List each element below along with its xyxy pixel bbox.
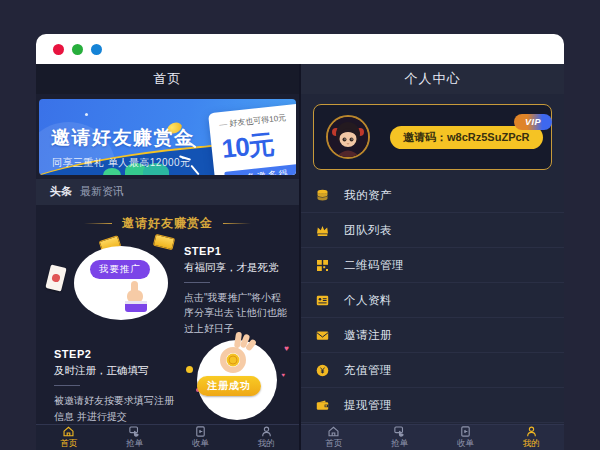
team-icon — [314, 222, 330, 238]
tab-receive-order[interactable]: 收单 — [168, 425, 234, 450]
tab-mine[interactable]: 我的 — [498, 425, 564, 450]
promote-illustration: 我要推广 — [44, 240, 184, 326]
vip-badge: VIP — [514, 114, 552, 130]
avatar-girl-icon — [328, 117, 368, 157]
minimize-button[interactable] — [72, 44, 83, 55]
mine-icon — [525, 425, 538, 438]
register-success-badge: 注册成功 — [197, 376, 261, 396]
profile-page-title: 个人中心 — [301, 64, 564, 94]
recharge-icon — [314, 362, 330, 378]
divider-line — [84, 223, 112, 224]
invite-code-label: 邀请码： — [403, 131, 447, 143]
news-text: 最新资讯 — [80, 184, 124, 199]
step2-label: STEP2 — [54, 348, 180, 360]
step2-title: 及时注册，正确填写 — [54, 364, 180, 378]
pointing-hand-icon — [120, 280, 150, 314]
maximize-button[interactable] — [91, 44, 102, 55]
menu-item-label: 团队列表 — [344, 223, 392, 238]
menu-item-label: 充值管理 — [344, 363, 392, 378]
close-button[interactable] — [53, 44, 64, 55]
assets-icon — [314, 187, 330, 203]
panels-container: 首页 邀请好友赚赏金 同享三重礼 单人最高12000元 好友也可得10元 — [36, 64, 564, 450]
grab-order-icon — [393, 425, 406, 438]
tab-label: 收单 — [457, 438, 474, 450]
ok-hand-icon — [213, 330, 257, 378]
invite-register-icon — [314, 327, 330, 343]
step1-text: STEP1 有福同享，才是死党 点击"我要推广"将小程序分享出去 让他们也能过上… — [184, 240, 291, 337]
profile-tabbar: 首页 抢单 收单 — [301, 424, 564, 450]
invite-code-value: w8cRz5SuZPcR — [447, 131, 530, 143]
banner-subtitle: 同享三重礼 单人最高12000元 — [52, 156, 191, 170]
menu-item-withdraw[interactable]: 提现管理 — [301, 388, 564, 423]
profile-card: 邀请码：w8cRz5SuZPcR VIP — [313, 104, 552, 170]
step1-row: 我要推广 STEP1 有福同享，才是死党 点击"我要推广"将小程序分享出去 让他… — [36, 240, 299, 337]
register-success-illustration: ♥ ♥ 注册成功 — [180, 338, 291, 410]
promote-badge: 我要推广 — [90, 260, 150, 279]
tab-grab-order[interactable]: 抢单 — [102, 425, 168, 450]
receive-order-icon — [459, 425, 472, 438]
section-title: 邀请好友赚赏金 — [36, 215, 299, 232]
banner-title: 邀请好友赚赏金 — [51, 125, 195, 151]
menu-item-label: 我的资产 — [344, 188, 392, 203]
tab-label: 我的 — [258, 438, 275, 450]
withdraw-icon — [314, 397, 330, 413]
home-tabbar: 首页 抢单 收单 — [36, 424, 299, 450]
menu-item-assets[interactable]: 我的资产 — [301, 178, 564, 213]
menu-item-label: 邀请注册 — [344, 328, 392, 343]
tab-home[interactable]: 首页 — [36, 425, 102, 450]
sparkle-icon — [85, 113, 88, 116]
tab-label: 抢单 — [126, 438, 143, 450]
divider-line — [184, 282, 210, 283]
profile-panel: 个人中心 — [301, 64, 564, 450]
step2-text: STEP2 及时注册，正确填写 被邀请好友按要求填写注册信息 并进行提交 — [54, 338, 180, 424]
tab-label: 我的 — [523, 438, 540, 450]
window-titlebar — [36, 34, 564, 64]
menu-item-team[interactable]: 团队列表 — [301, 213, 564, 248]
tab-receive-order[interactable]: 收单 — [433, 425, 499, 450]
step1-label: STEP1 — [184, 245, 291, 257]
tab-mine[interactable]: 我的 — [233, 425, 299, 450]
heart-icon: ♥ — [281, 372, 285, 378]
app-window: 首页 邀请好友赚赏金 同享三重礼 单人最高12000元 好友也可得10元 — [36, 34, 564, 450]
home-icon — [62, 425, 75, 438]
news-ticker[interactable]: 头条 最新资讯 — [36, 179, 299, 205]
step1-title: 有福同享，才是死党 — [184, 261, 291, 275]
invite-banner[interactable]: 邀请好友赚赏金 同享三重礼 单人最高12000元 好友也可得10元 10元 多邀… — [39, 99, 296, 175]
qrcode-icon — [314, 257, 330, 273]
tab-grab-order[interactable]: 抢单 — [367, 425, 433, 450]
step2-description: 被邀请好友按要求填写注册信息 并进行提交 — [54, 393, 180, 424]
profile-menu: 我的资产 团队列表 — [301, 178, 564, 423]
home-page-title: 首页 — [36, 64, 299, 94]
menu-item-qrcode[interactable]: 二维码管理 — [301, 248, 564, 283]
menu-item-recharge[interactable]: 充值管理 — [301, 353, 564, 388]
mine-icon — [260, 425, 273, 438]
menu-item-label: 个人资料 — [344, 293, 392, 308]
step2-row: STEP2 及时注册，正确填写 被邀请好友按要求填写注册信息 并进行提交 — [36, 338, 299, 424]
menu-item-label: 提现管理 — [344, 398, 392, 413]
menu-item-invite-register[interactable]: 邀请注册 — [301, 318, 564, 353]
menu-item-personal-info[interactable]: 个人资料 — [301, 283, 564, 318]
tab-label: 收单 — [192, 438, 209, 450]
menu-item-label: 二维码管理 — [344, 258, 404, 273]
tab-label: 抢单 — [391, 438, 408, 450]
tab-home[interactable]: 首页 — [301, 425, 367, 450]
tab-label: 首页 — [325, 438, 342, 450]
home-panel: 首页 邀请好友赚赏金 同享三重礼 单人最高12000元 好友也可得10元 — [36, 64, 301, 450]
money-note-icon — [153, 233, 175, 249]
receive-order-icon — [194, 425, 207, 438]
avatar[interactable] — [326, 115, 370, 159]
personal-info-icon — [314, 292, 330, 308]
divider-line — [54, 385, 80, 386]
grab-order-icon — [128, 425, 141, 438]
red-bill-icon — [45, 264, 66, 291]
confetti-dot — [186, 366, 193, 373]
banner-reward-card: 好友也可得10元 10元 多邀多得 — [208, 101, 296, 174]
tab-label: 首页 — [60, 438, 77, 450]
heart-icon: ♥ — [284, 344, 289, 353]
divider-line — [223, 223, 251, 224]
home-icon — [327, 425, 340, 438]
news-tag: 头条 — [50, 184, 72, 199]
